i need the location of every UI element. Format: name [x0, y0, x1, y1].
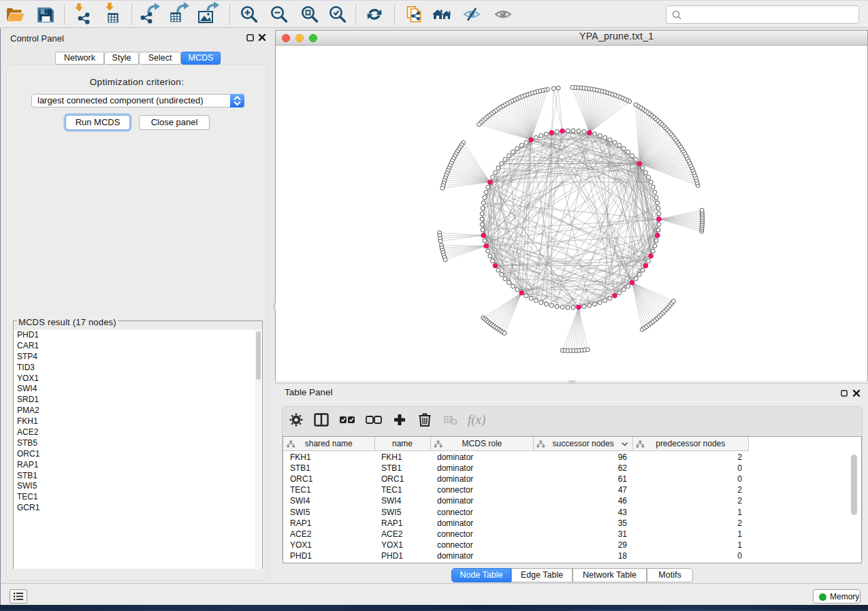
- svg-text:f(x): f(x): [468, 412, 485, 427]
